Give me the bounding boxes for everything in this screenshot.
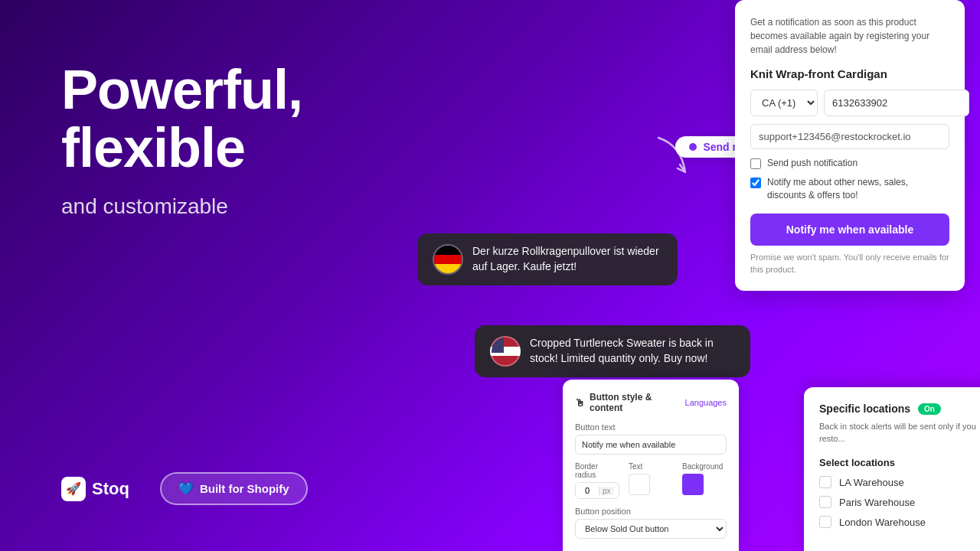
on-badge: On bbox=[918, 403, 941, 415]
shopify-button[interactable]: 💙 Built for Shopify bbox=[160, 472, 308, 505]
english-bubble-text: Cropped Turtleneck Sweater is back in st… bbox=[530, 336, 735, 366]
notification-form: Get a notification as soon as this produ… bbox=[735, 0, 965, 291]
card-title: 🖱 Button style & content bbox=[575, 392, 685, 413]
text-color-label: Text bbox=[629, 462, 673, 471]
paris-checkbox[interactable] bbox=[819, 496, 831, 508]
country-select[interactable]: CA (+1) bbox=[750, 90, 818, 116]
push-checkbox[interactable] bbox=[750, 158, 761, 169]
card-header: 🖱 Button style & content Languages bbox=[575, 392, 727, 413]
button-style-card: 🖱 Button style & content Languages Butto… bbox=[563, 380, 739, 551]
headline-line2: flexible bbox=[61, 117, 245, 178]
border-radius-label: Border radius bbox=[575, 462, 619, 479]
london-checkbox[interactable] bbox=[819, 516, 831, 528]
locations-header: Specific locations On bbox=[819, 403, 980, 415]
phone-input[interactable] bbox=[824, 90, 969, 116]
push-label: Send push notification bbox=[767, 157, 858, 170]
spam-note: Promise we won't spam. You'll only recei… bbox=[750, 252, 949, 276]
locations-description: Back in stock alerts will be sent only i… bbox=[819, 421, 980, 445]
us-flag-icon bbox=[490, 336, 521, 367]
background-color-swatch[interactable] bbox=[682, 474, 704, 495]
locations-title: Specific locations bbox=[819, 403, 910, 415]
stoq-icon: 🚀 bbox=[61, 477, 86, 501]
position-label: Button position bbox=[575, 507, 727, 516]
style-row: Border radius px Text Background bbox=[575, 462, 727, 499]
push-notification-row: Send push notification bbox=[750, 157, 949, 170]
notify-button[interactable]: Notify me when available bbox=[750, 214, 949, 246]
la-name: LA Warehouse bbox=[839, 477, 904, 488]
sub-headline: and customizable bbox=[61, 191, 429, 223]
background-col: Background bbox=[682, 462, 727, 499]
location-la: LA Warehouse bbox=[819, 476, 980, 488]
position-select[interactable]: Below Sold Out button bbox=[575, 519, 727, 539]
email-input[interactable] bbox=[750, 124, 949, 149]
button-text-label: Button text bbox=[575, 422, 727, 432]
notify-btn-label: Notify me when available bbox=[786, 223, 914, 236]
languages-link[interactable]: Languages bbox=[685, 398, 727, 407]
shopify-label: Built for Shopify bbox=[200, 482, 289, 495]
location-paris: Paris Warehouse bbox=[819, 496, 980, 508]
paris-name: Paris Warehouse bbox=[839, 497, 915, 508]
location-london: London Warehouse bbox=[819, 516, 980, 528]
news-label: Notify me about other news, sales, disco… bbox=[767, 176, 949, 202]
heart-icon: 💙 bbox=[178, 481, 194, 496]
border-radius-input-group: px bbox=[575, 482, 619, 499]
english-notification-bubble: Cropped Turtleneck Sweater is back in st… bbox=[475, 325, 750, 377]
border-radius-input[interactable] bbox=[576, 483, 599, 498]
locations-card: Specific locations On Back in stock aler… bbox=[804, 387, 980, 551]
bottom-bar: 🚀 Stoq 💙 Built for Shopify bbox=[61, 472, 308, 505]
select-locations-label: Select locations bbox=[819, 457, 980, 468]
background-label: Background bbox=[682, 462, 727, 471]
card-title-text: Button style & content bbox=[590, 392, 685, 413]
main-headline: Powerful, flexible bbox=[61, 61, 429, 177]
la-checkbox[interactable] bbox=[819, 476, 831, 488]
form-intro: Get a notification as soon as this produ… bbox=[750, 15, 949, 57]
button-text-input[interactable] bbox=[575, 435, 727, 455]
hero-section: Powerful, flexible and customizable bbox=[61, 61, 429, 223]
phone-row: CA (+1) bbox=[750, 90, 949, 116]
px-unit: px bbox=[599, 487, 614, 495]
stoq-logo: 🚀 Stoq bbox=[61, 477, 129, 501]
text-color-col: Text bbox=[629, 462, 673, 499]
german-notification-bubble: Der kurze Rollkragenpullover ist wieder … bbox=[417, 233, 678, 285]
german-bubble-text: Der kurze Rollkragenpullover ist wieder … bbox=[472, 244, 662, 274]
german-flag-icon bbox=[433, 244, 463, 275]
brand-name: Stoq bbox=[92, 479, 129, 499]
border-radius-col: Border radius px bbox=[575, 462, 619, 499]
news-checkbox[interactable] bbox=[750, 178, 761, 188]
text-color-swatch[interactable] bbox=[629, 474, 650, 495]
news-notification-row: Notify me about other news, sales, disco… bbox=[750, 176, 949, 202]
london-name: London Warehouse bbox=[839, 517, 926, 528]
product-name: Knit Wrap-front Cardigan bbox=[750, 67, 949, 80]
headline-line1: Powerful, bbox=[61, 59, 302, 120]
arrow-decoration bbox=[651, 130, 697, 187]
cursor-icon: 🖱 bbox=[575, 397, 585, 409]
